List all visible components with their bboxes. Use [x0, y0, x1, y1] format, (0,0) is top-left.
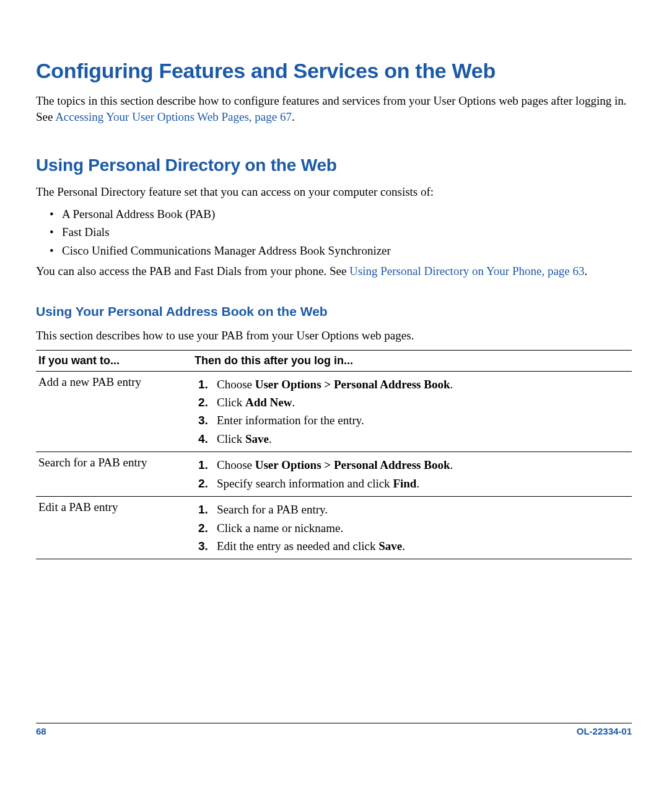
step-item: Edit the entry as needed and click Save.: [217, 537, 629, 555]
steps-cell: Search for a PAB entry. Click a name or …: [192, 497, 632, 559]
pd-after-pre: You can also access the PAB and Fast Dia…: [36, 264, 349, 277]
table-row: Add a new PAB entry Choose User Options …: [36, 371, 632, 452]
heading-2: Using Personal Directory on the Web: [36, 155, 632, 175]
page-number: 68: [36, 726, 46, 736]
task-cell: Add a new PAB entry: [36, 371, 192, 452]
step-item: Click Save.: [217, 430, 629, 448]
heading-1: Configuring Features and Services on the…: [36, 59, 632, 83]
link-access-user-options[interactable]: Accessing Your User Options Web Pages, p…: [55, 110, 292, 123]
steps-list: Choose User Options > Personal Address B…: [195, 375, 629, 448]
list-item: Cisco Unified Communications Manager Add…: [62, 242, 632, 260]
step-item: Enter information for the entry.: [217, 411, 629, 429]
table-row: Edit a PAB entry Search for a PAB entry.…: [36, 497, 632, 559]
page-footer: 68 OL-22334-01: [36, 723, 632, 736]
steps-list: Choose User Options > Personal Address B…: [195, 456, 629, 492]
step-item: Search for a PAB entry.: [217, 500, 629, 518]
pd-intro-paragraph: The Personal Directory feature set that …: [36, 184, 632, 200]
list-item: Fast Dials: [62, 223, 632, 241]
intro-text-post: .: [292, 110, 295, 123]
step-item: Click Add New.: [217, 393, 629, 411]
document-id: OL-22334-01: [577, 726, 632, 736]
table-header-right: Then do this after you log in...: [192, 350, 632, 371]
pd-after-post: .: [585, 264, 588, 277]
feature-bullet-list: A Personal Address Book (PAB) Fast Dials…: [36, 205, 632, 260]
task-cell: Edit a PAB entry: [36, 497, 192, 559]
link-personal-directory-phone[interactable]: Using Personal Directory on Your Phone, …: [349, 264, 584, 277]
step-item: Click a name or nickname.: [217, 519, 629, 537]
step-item: Choose User Options > Personal Address B…: [217, 456, 629, 474]
table-row: Search for a PAB entry Choose User Optio…: [36, 452, 632, 497]
document-page: Configuring Features and Services on the…: [0, 0, 669, 812]
steps-list: Search for a PAB entry. Click a name or …: [195, 500, 629, 555]
step-item: Specify search information and click Fin…: [217, 474, 629, 492]
table-header-left: If you want to...: [36, 350, 192, 371]
pd-after-paragraph: You can also access the PAB and Fast Dia…: [36, 263, 632, 279]
pab-intro-paragraph: This section describes how to use your P…: [36, 328, 632, 344]
steps-cell: Choose User Options > Personal Address B…: [192, 452, 632, 497]
intro-paragraph: The topics in this section describe how …: [36, 93, 632, 124]
steps-cell: Choose User Options > Personal Address B…: [192, 371, 632, 452]
step-item: Choose User Options > Personal Address B…: [217, 375, 629, 393]
task-cell: Search for a PAB entry: [36, 452, 192, 497]
heading-3: Using Your Personal Address Book on the …: [36, 304, 632, 319]
list-item: A Personal Address Book (PAB): [62, 205, 632, 223]
procedure-table: If you want to... Then do this after you…: [36, 350, 632, 560]
